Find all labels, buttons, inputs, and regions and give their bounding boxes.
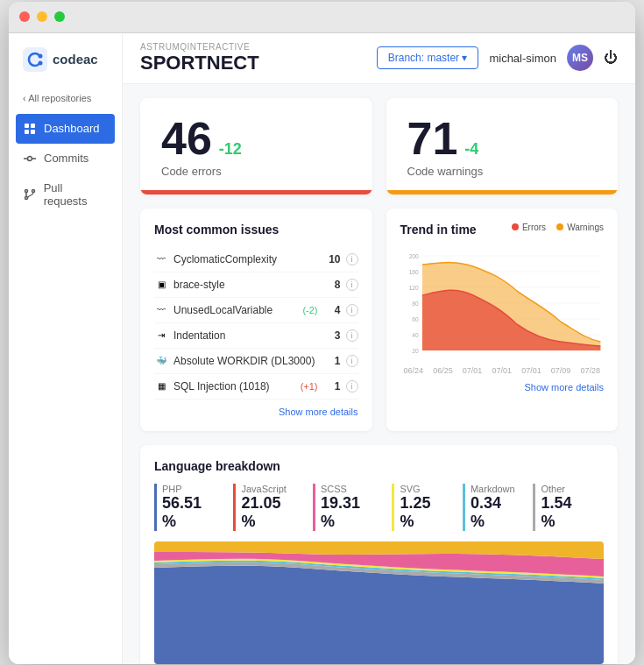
- warnings-bar: [386, 190, 619, 195]
- svg-rect-4: [31, 124, 35, 128]
- errors-number-row: 46 -12: [161, 116, 351, 161]
- pr-icon: [23, 187, 37, 202]
- language-title: Language breakdown: [154, 459, 604, 473]
- warnings-card: 71 -4 Code warnings: [386, 98, 619, 195]
- x-label-5: 07/09: [551, 366, 571, 375]
- errors-card: 46 -12 Code errors: [140, 98, 372, 195]
- lang-other-name: Other: [541, 484, 590, 494]
- power-icon[interactable]: ⏻: [604, 50, 618, 66]
- lang-markdown-pct: 0.34 %: [471, 494, 520, 531]
- svg-point-11: [25, 196, 27, 199]
- issue-row: ▣ brace-style 8 i: [154, 272, 358, 298]
- errors-label: Code errors: [161, 165, 351, 178]
- lang-other-pct: 1.54 %: [541, 494, 590, 531]
- svg-point-1: [39, 53, 43, 58]
- avatar: MS: [567, 45, 593, 71]
- warnings-delta: -4: [464, 140, 478, 159]
- info-icon-0[interactable]: i: [346, 253, 358, 265]
- warnings-number-row: 71 -4: [407, 116, 598, 161]
- svg-point-7: [28, 156, 32, 160]
- trend-card: Trend in time Errors Warnings: [386, 209, 619, 431]
- sidebar-item-pullrequests[interactable]: Pull requests: [9, 173, 122, 216]
- info-icon-2[interactable]: i: [346, 304, 358, 316]
- info-icon-1[interactable]: i: [346, 279, 358, 291]
- warnings-number: 71: [407, 116, 458, 161]
- sidebar-item-dashboard[interactable]: Dashboard: [16, 114, 115, 144]
- lang-svg-pct: 1.25 %: [400, 494, 449, 531]
- lang-js-pct: 21.05 %: [241, 494, 298, 531]
- svg-point-2: [39, 60, 43, 65]
- logo-area: codeac: [9, 47, 122, 89]
- issue-name-unused: UnusedLocalVariable: [173, 304, 297, 316]
- trend-svg: 200 160 120 80 60 40 20: [400, 247, 605, 361]
- commits-icon: [23, 152, 37, 166]
- stats-row: 46 -12 Code errors 71 -4 Code warnings: [140, 98, 618, 195]
- info-icon-5[interactable]: i: [346, 380, 358, 393]
- brace-icon: ▣: [154, 278, 168, 292]
- issue-name-brace: brace-style: [173, 279, 322, 291]
- svg-text:80: 80: [412, 299, 418, 308]
- user-name: michal-simon: [489, 52, 556, 65]
- lang-other: Other 1.54 %: [533, 484, 604, 531]
- trend-show-more[interactable]: Show more details: [400, 382, 605, 393]
- issue-count-unused: 4: [327, 304, 341, 316]
- legend-warnings: Warnings: [556, 223, 604, 232]
- svg-point-10: [25, 189, 27, 192]
- sidebar-item-pr-label: Pull requests: [44, 181, 108, 208]
- unused-icon: 〰: [154, 303, 168, 317]
- issue-name-cyclomatic: CyclomaticComplexity: [173, 253, 322, 265]
- info-icon-3[interactable]: i: [346, 329, 358, 342]
- svg-rect-6: [31, 130, 35, 134]
- info-icon-4[interactable]: i: [346, 355, 358, 367]
- errors-number: 46: [161, 116, 212, 161]
- project-name: SPORTNECT: [140, 52, 259, 74]
- app-window: codeac All repositories Dashboard: [9, 2, 635, 664]
- x-label-2: 07/01: [463, 366, 483, 375]
- language-headers: PHP 56.51 % JavaScript 21.05 % SCSS 19.3…: [154, 484, 604, 531]
- svg-rect-0: [23, 47, 47, 72]
- issue-row: ▦ SQL Injection (1018) (+1) 1 i: [154, 374, 358, 400]
- svg-text:200: 200: [408, 251, 418, 260]
- sql-icon: ▦: [154, 379, 168, 393]
- issue-delta-sql: (+1): [301, 381, 318, 392]
- close-button[interactable]: [19, 11, 30, 22]
- indent-icon: ⇥: [154, 329, 168, 343]
- issue-count-workdir: 1: [327, 355, 341, 367]
- issue-name-sql: SQL Injection (1018): [173, 380, 295, 393]
- svg-rect-3: [25, 124, 29, 128]
- legend-warnings-label: Warnings: [567, 223, 604, 232]
- branch-button[interactable]: Branch: master ▾: [377, 46, 479, 69]
- all-repos-link[interactable]: All repositories: [9, 89, 122, 114]
- errors-delta: -12: [219, 140, 242, 159]
- dashboard-icon: [23, 122, 37, 136]
- x-label-4: 07/01: [521, 366, 541, 375]
- errors-bar: [140, 190, 372, 195]
- issue-count-sql: 1: [327, 380, 341, 393]
- legend-dot-errors: [512, 223, 519, 230]
- language-card: Language breakdown PHP 56.51 % JavaScrip…: [140, 445, 618, 664]
- logo-icon: [23, 47, 47, 72]
- minimize-button[interactable]: [37, 11, 47, 22]
- svg-text:160: 160: [408, 267, 418, 276]
- sidebar-item-dashboard-label: Dashboard: [44, 122, 100, 135]
- maximize-button[interactable]: [54, 11, 65, 22]
- svg-text:60: 60: [412, 315, 418, 323]
- issue-delta-unused: (-2): [302, 305, 317, 315]
- titlebar: [9, 2, 635, 33]
- lang-markdown-name: Markdown: [471, 484, 520, 494]
- issue-count-indent: 3: [327, 329, 341, 342]
- top-bar: ASTRUMQINTERACTIVE SPORTNECT Branch: mas…: [123, 33, 635, 84]
- svg-text:40: 40: [412, 330, 418, 339]
- x-label-0: 06/24: [404, 366, 424, 375]
- language-svg: [154, 541, 604, 664]
- lang-scss-name: SCSS: [321, 484, 378, 494]
- middle-row: Most common issues 〰 CyclomaticComplexit…: [140, 209, 618, 431]
- docker-icon: 🐳: [154, 354, 168, 368]
- issue-row: 〰 CyclomaticComplexity 10 i: [154, 247, 358, 272]
- trend-chart-area: 200 160 120 80 60 40 20: [400, 247, 605, 375]
- issues-card: Most common issues 〰 CyclomaticComplexit…: [140, 209, 372, 431]
- issues-show-more[interactable]: Show more details: [154, 407, 358, 417]
- issue-name-workdir: Absolute WORKDIR (DL3000): [173, 355, 322, 367]
- sidebar-item-commits[interactable]: Commits: [9, 144, 122, 173]
- lang-php: PHP 56.51 %: [154, 484, 233, 531]
